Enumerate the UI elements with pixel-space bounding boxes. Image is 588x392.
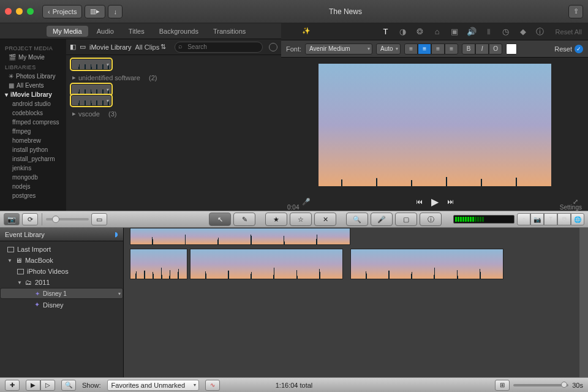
minimize-window-button[interactable] (16, 8, 23, 15)
maps-browser-button[interactable]: 🌐 (571, 213, 584, 225)
speed-icon[interactable]: ◷ (500, 27, 511, 36)
outline-button[interactable]: O (489, 43, 502, 55)
font-size-dropdown[interactable]: Auto (376, 43, 401, 55)
transition-browser-button[interactable]: ⧉ (557, 213, 571, 225)
timeline-clip[interactable] (130, 249, 187, 279)
info-icon[interactable]: ⓘ (535, 26, 546, 37)
imovie-library-item[interactable]: ▾ iMovie Library (0, 90, 66, 99)
swap-layout-button[interactable]: ⟳ (22, 213, 38, 225)
timeline-clip[interactable] (130, 228, 350, 245)
title-inspector-icon[interactable]: T (380, 27, 391, 36)
favorite-button[interactable]: ★ (265, 213, 287, 226)
viewer-settings-button[interactable]: Settings (560, 204, 582, 211)
align-left-button[interactable]: ≡ (404, 43, 418, 55)
voiceover-mic-icon[interactable]: 🎤 (302, 198, 311, 206)
play-fullscreen-button[interactable]: ▷ (40, 380, 55, 391)
event-group-header[interactable]: ▸ unidentified software (2) (71, 70, 276, 84)
project-my-movie[interactable]: 🎬 My Movie (0, 53, 66, 62)
event-item[interactable]: mongodb (0, 173, 66, 182)
clip-filter-dropdown[interactable]: All Clips ⇅ (135, 43, 166, 51)
event-item[interactable]: install_pycharm (0, 154, 66, 164)
reset-all-button[interactable]: Reset All (556, 28, 582, 36)
camera-import-button[interactable]: 📷 (4, 213, 20, 225)
align-center-button[interactable]: ≡ (418, 43, 431, 55)
event-group-header[interactable]: ▸ vscode (3) (71, 106, 276, 120)
font-dropdown[interactable]: Avenir Medium (305, 43, 372, 55)
keyword-filter-button[interactable]: ⊞ (495, 380, 510, 391)
all-events-item[interactable]: ▦ All Events (0, 81, 66, 90)
color-balance-icon[interactable]: ◑ (398, 27, 409, 36)
zoom-window-button[interactable] (27, 8, 34, 15)
search-input[interactable] (175, 42, 263, 53)
keyword-tool[interactable]: 🔍 (346, 213, 368, 226)
vertical-scrollbar[interactable] (579, 228, 588, 377)
zoom-slider[interactable] (513, 384, 568, 386)
appearance-button[interactable] (269, 43, 277, 51)
new-event-button[interactable]: ✚ (5, 380, 20, 391)
event-item[interactable]: nodejs (0, 182, 66, 191)
filmstrip-icon[interactable]: ▭ (80, 43, 86, 51)
tab-audio[interactable]: Audio (91, 26, 120, 37)
photos-library-item[interactable]: ✳ Photos Library (0, 72, 66, 81)
disney-event-item[interactable]: ✦Disney (0, 299, 123, 311)
title-browser-button[interactable]: T (544, 213, 557, 225)
reset-title-button[interactable]: Reset✓ (554, 45, 583, 53)
disney1-event-item[interactable]: ✦Disney 1 (0, 288, 123, 299)
clip-thumbnail[interactable] (71, 95, 111, 106)
noise-eq-icon[interactable]: ⫴ (483, 27, 494, 37)
align-right-button[interactable]: ≡ (431, 43, 445, 55)
music-browser-button[interactable]: ♫ (517, 213, 530, 225)
event-item[interactable]: ffmpeg (0, 127, 66, 136)
crop-tool[interactable]: ▢ (395, 213, 417, 226)
tab-backgrounds[interactable]: Backgrounds (153, 26, 205, 37)
event-item[interactable]: jenkins (0, 164, 66, 173)
share-button[interactable]: ⇪ (568, 5, 583, 18)
event-item[interactable]: codeblocks (0, 108, 66, 118)
event-item[interactable]: ffmped compress (0, 118, 66, 127)
play-button[interactable]: ▶ (431, 196, 439, 208)
color-correction-icon[interactable]: ❂ (415, 27, 426, 36)
thumbnail-size-slider[interactable] (46, 218, 89, 221)
photo-browser-button[interactable]: 📷 (530, 213, 544, 225)
search-field[interactable] (175, 42, 263, 53)
timeline-clip[interactable] (350, 249, 503, 279)
timeline-clip[interactable] (190, 249, 343, 279)
clip-filter-icon[interactable]: ◆ (518, 27, 529, 36)
volume-icon[interactable]: 🔊 (466, 27, 477, 36)
iphoto-videos-item[interactable]: iPhoto Videos (0, 266, 123, 277)
voiceover-tool[interactable]: 🎤 (371, 213, 393, 226)
clip-thumbnail[interactable] (71, 84, 111, 95)
unfavorite-button[interactable]: ☆ (290, 213, 312, 226)
clip-thumbnail[interactable] (71, 59, 111, 70)
library-list-toggle[interactable]: ▥▸ (85, 5, 105, 18)
event-item[interactable]: homebrew (0, 136, 66, 145)
macbook-item[interactable]: ▼🖥 MacBook (0, 255, 123, 266)
event-item[interactable]: postgres (0, 191, 66, 200)
back-to-projects-button[interactable]: ‹ Projects (42, 5, 82, 18)
preview-canvas[interactable] (318, 64, 551, 186)
enhance-wand-icon[interactable]: ✨ (302, 27, 311, 35)
text-color-swatch[interactable] (506, 43, 517, 55)
tab-transitions[interactable]: Transitions (207, 26, 252, 37)
tab-my-media[interactable]: My Media (47, 26, 88, 37)
play-selection-button[interactable]: ▶ (26, 380, 40, 391)
event-timeline[interactable] (124, 228, 588, 377)
sidebar-toggle-icon[interactable]: ◧ (70, 43, 76, 51)
single-row-toggle[interactable]: ▭ (91, 213, 107, 225)
edit-tool[interactable]: ✎ (233, 213, 255, 226)
crop-icon[interactable]: ⌂ (432, 27, 443, 36)
event-item[interactable]: install python (0, 145, 66, 154)
year-folder-item[interactable]: ▼🗂 2011 (0, 277, 123, 288)
bold-button[interactable]: B (462, 43, 475, 55)
stabilization-icon[interactable]: ▣ (449, 27, 460, 36)
event-item[interactable]: android studio (0, 99, 66, 108)
last-import-item[interactable]: Last Import (0, 244, 123, 255)
inspector-tool[interactable]: ⓘ (420, 213, 442, 226)
italic-button[interactable]: I (475, 43, 489, 55)
tab-titles[interactable]: Titles (123, 26, 151, 37)
reject-button[interactable]: ✕ (314, 213, 336, 226)
pointer-tool[interactable]: ↖ (209, 213, 231, 226)
search-events-button[interactable]: 🔍 (61, 380, 76, 391)
close-window-button[interactable] (5, 8, 12, 15)
waveform-toggle[interactable]: ∿ (205, 380, 220, 391)
